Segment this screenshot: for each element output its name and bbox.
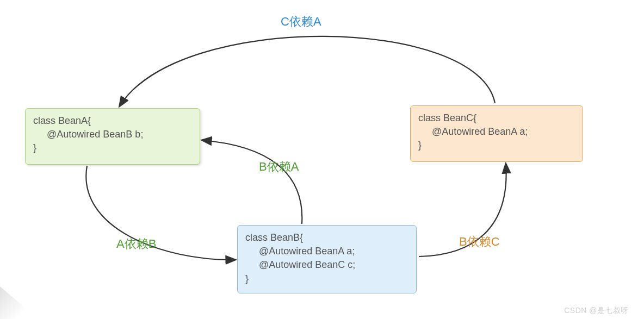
node-bean-b: class BeanB{ @Autowired BeanA a; @Autowi… <box>237 225 417 293</box>
arrow-c-to-a <box>120 36 495 106</box>
arrow-b-to-a <box>202 140 302 224</box>
node-bean-c: class BeanC{ @Autowired BeanA a; } <box>410 105 583 162</box>
arrow-a-to-b <box>86 166 235 260</box>
corner-shadow <box>0 286 38 319</box>
node-bean-a: class BeanA{ @Autowired BeanB b; } <box>25 108 200 165</box>
edge-label-a-to-b: A依赖B <box>116 236 156 252</box>
edge-label-b-to-a: B依赖A <box>259 159 299 175</box>
edge-label-c-to-a: C依赖A <box>281 14 321 30</box>
watermark: CSDN @是七叔呀 <box>564 306 629 316</box>
edge-label-b-to-c: B依赖C <box>459 234 500 250</box>
